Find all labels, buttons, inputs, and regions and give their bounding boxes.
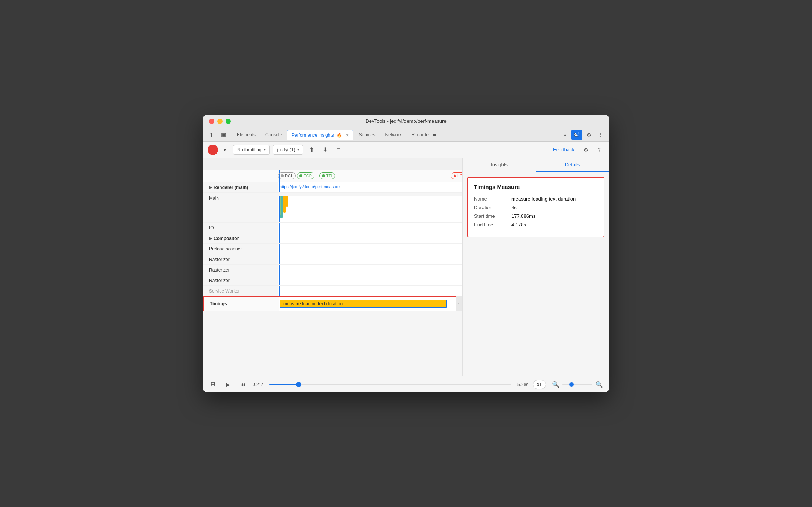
bottom-bar: 🎞 ▶ ⏮ 0.21s 5.28s x1 🔍 🔍 bbox=[203, 376, 609, 392]
zoom-in-icon[interactable]: 🔍 bbox=[594, 379, 604, 390]
milestone-tti[interactable]: TTI bbox=[319, 172, 335, 179]
details-duration-value: 4s bbox=[511, 205, 517, 210]
cursor-icon[interactable]: ⬆ bbox=[206, 130, 217, 140]
timings-measure-bar[interactable]: measure loading text duration bbox=[280, 300, 447, 308]
details-start-label: Start time bbox=[474, 213, 511, 219]
timeline-ruler: 0ms 1,600ms 3,200ms 4,800m bbox=[203, 158, 462, 170]
minimize-button[interactable] bbox=[217, 119, 223, 124]
timings-row: Timings measure loading text duration › bbox=[203, 296, 462, 311]
milestone-fcp[interactable]: FCP bbox=[297, 172, 314, 179]
flame-bar[interactable] bbox=[280, 196, 281, 215]
zoom-controls: 🔍 🔍 bbox=[550, 379, 604, 390]
expand-icon[interactable]: ▶ bbox=[209, 185, 212, 189]
io-row-content bbox=[278, 223, 462, 233]
more-tabs-button[interactable]: » bbox=[559, 130, 570, 140]
milestones-area: DCL FCP TTI LCP bbox=[278, 170, 462, 182]
lcp-triangle bbox=[453, 174, 456, 177]
flame-bar[interactable] bbox=[283, 196, 286, 213]
table-row: ▶ Renderer (main) https://jec.fyi/demo/p… bbox=[203, 182, 462, 193]
chat-icon[interactable]: 💬 1 bbox=[571, 130, 582, 140]
site-dropdown[interactable]: jec.fyi (1) ▾ bbox=[273, 145, 304, 155]
details-start-value: 177.886ms bbox=[511, 213, 535, 219]
timeline-rows: ▶ Renderer (main) https://jec.fyi/demo/p… bbox=[203, 182, 462, 376]
right-panel: Insights Details Timings Measure Name me… bbox=[463, 158, 609, 376]
cursor-line-comp bbox=[279, 233, 280, 243]
table-row: Preload scanner bbox=[203, 244, 462, 254]
settings-gear-icon[interactable]: ⚙ bbox=[580, 145, 591, 155]
speed-button[interactable]: x1 bbox=[533, 380, 546, 389]
download-icon[interactable]: ⬇ bbox=[320, 145, 330, 155]
title-bar: DevTools - jec.fyi/demo/perf-measure bbox=[203, 115, 609, 128]
details-card: Timings Measure Name measure loading tex… bbox=[467, 177, 604, 237]
time-slider[interactable] bbox=[269, 384, 511, 385]
tab-insights[interactable]: Insights bbox=[463, 158, 536, 172]
zoom-out-icon[interactable]: 🔍 bbox=[550, 379, 561, 390]
table-row: Rasterizer bbox=[203, 254, 462, 265]
traffic-lights bbox=[209, 119, 231, 124]
notification-badge: 1 bbox=[576, 130, 581, 136]
tab-console[interactable]: Console bbox=[261, 130, 286, 140]
throttling-dropdown[interactable]: No throttling ▾ bbox=[233, 145, 270, 155]
record-button[interactable] bbox=[208, 145, 218, 155]
tab-performance-insights[interactable]: Performance insights 🔥 ✕ bbox=[287, 130, 353, 140]
tab-network[interactable]: Network bbox=[381, 130, 406, 140]
details-name-label: Name bbox=[474, 196, 511, 202]
skip-to-start-icon[interactable]: ⏮ bbox=[238, 379, 248, 390]
tab-elements[interactable]: Elements bbox=[232, 130, 260, 140]
expand-panel-icon[interactable]: › bbox=[456, 296, 462, 311]
compositor-row-content bbox=[278, 233, 462, 243]
slider-thumb[interactable] bbox=[296, 382, 301, 387]
cursor-line-io bbox=[279, 223, 280, 233]
settings-icon[interactable]: ⚙ bbox=[583, 130, 594, 140]
expand-compositor-icon[interactable]: ▶ bbox=[209, 236, 212, 240]
main-content: 0ms 1,600ms 3,200ms 4,800m DCL bbox=[203, 158, 609, 376]
zoom-slider[interactable] bbox=[562, 384, 592, 385]
milestone-dcl[interactable]: DCL bbox=[278, 172, 296, 179]
window-title: DevTools - jec.fyi/demo/perf-measure bbox=[365, 118, 446, 124]
renderer-main-label: ▶ Renderer (main) bbox=[203, 185, 278, 190]
more-options-icon[interactable]: ⋮ bbox=[595, 130, 606, 140]
tab-icons: ⬆ ▣ bbox=[206, 130, 229, 140]
close-button[interactable] bbox=[209, 119, 214, 124]
milestones-bar: DCL FCP TTI LCP bbox=[203, 170, 462, 182]
help-icon[interactable]: ? bbox=[594, 145, 604, 155]
tab-recorder[interactable]: Recorder ⏺ bbox=[407, 130, 442, 140]
feedback-link[interactable]: Feedback bbox=[553, 147, 574, 152]
upload-icon[interactable]: ⬆ bbox=[306, 145, 317, 155]
maximize-button[interactable] bbox=[226, 119, 231, 124]
milestone-lcp[interactable]: LCP bbox=[451, 172, 463, 179]
details-end-label: End time bbox=[474, 222, 511, 228]
rasterizer-3-content bbox=[278, 275, 462, 285]
details-row-duration: Duration 4s bbox=[474, 205, 598, 210]
right-panel-tabs: Insights Details bbox=[463, 158, 609, 172]
tab-close-icon[interactable]: ✕ bbox=[346, 133, 349, 137]
timings-label: Timings bbox=[204, 301, 279, 306]
details-row-end: End time 4.178s bbox=[474, 222, 598, 228]
tab-sources[interactable]: Sources bbox=[354, 130, 380, 140]
device-icon[interactable]: ▣ bbox=[218, 130, 229, 140]
screenshot-icon[interactable]: 🎞 bbox=[208, 379, 218, 390]
delete-icon[interactable]: 🗑 bbox=[333, 145, 344, 155]
details-duration-label: Duration bbox=[474, 205, 511, 210]
rasterizer-2-label: Rasterizer bbox=[203, 267, 278, 273]
flame-bar[interactable] bbox=[286, 196, 288, 207]
play-button[interactable]: ▶ bbox=[223, 379, 233, 390]
record-dropdown[interactable]: ▾ bbox=[220, 145, 230, 155]
cursor-line-r3 bbox=[279, 275, 280, 285]
zoom-slider-thumb[interactable] bbox=[569, 382, 574, 387]
time-start: 0.21s bbox=[253, 382, 263, 387]
compositor-row-label: ▶ Compositor bbox=[203, 236, 278, 241]
throttling-dropdown-arrow: ▾ bbox=[264, 148, 266, 152]
table-row: IO bbox=[203, 223, 462, 233]
preload-row-label: Preload scanner bbox=[203, 246, 278, 252]
table-row: Rasterizer bbox=[203, 265, 462, 275]
details-name-value: measure loading text duration bbox=[511, 196, 576, 202]
tab-more: » 💬 1 ⚙ ⋮ bbox=[559, 130, 606, 140]
details-row-start: Start time 177.886ms bbox=[474, 213, 598, 219]
details-row-name: Name measure loading text duration bbox=[474, 196, 598, 202]
rasterizer-1-label: Rasterizer bbox=[203, 257, 278, 262]
tab-details[interactable]: Details bbox=[536, 158, 609, 172]
table-row: ▶ Compositor bbox=[203, 233, 462, 244]
renderer-main-content: https://jec.fyi/demo/perf-measure bbox=[278, 182, 462, 192]
dashed-line bbox=[451, 196, 451, 222]
